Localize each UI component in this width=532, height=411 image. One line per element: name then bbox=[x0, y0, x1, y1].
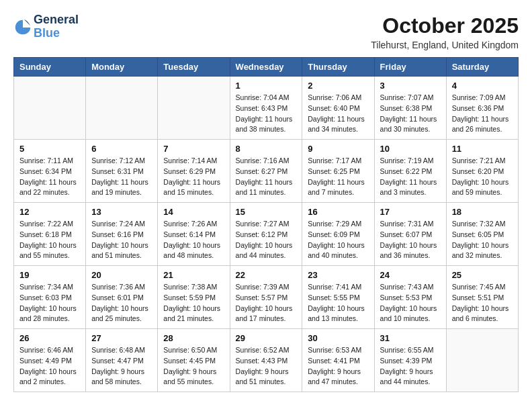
day-info: Sunrise: 6:50 AMSunset: 4:45 PMDaylight:… bbox=[163, 345, 224, 387]
day-number: 12 bbox=[19, 207, 80, 217]
day-info: Sunrise: 7:45 AMSunset: 5:51 PMDaylight:… bbox=[452, 282, 513, 324]
day-info: Sunrise: 7:14 AMSunset: 6:29 PMDaylight:… bbox=[163, 156, 224, 198]
day-number: 31 bbox=[380, 333, 441, 343]
calendar-cell: 4Sunrise: 7:09 AMSunset: 6:36 PMDaylight… bbox=[446, 77, 518, 140]
day-info: Sunrise: 7:17 AMSunset: 6:25 PMDaylight:… bbox=[308, 156, 368, 198]
day-info: Sunrise: 7:31 AMSunset: 6:07 PMDaylight:… bbox=[380, 219, 441, 261]
day-info: Sunrise: 6:52 AMSunset: 4:43 PMDaylight:… bbox=[236, 345, 297, 387]
calendar-cell: 28Sunrise: 6:50 AMSunset: 4:45 PMDayligh… bbox=[158, 329, 230, 392]
day-number: 30 bbox=[308, 333, 368, 343]
day-info: Sunrise: 7:32 AMSunset: 6:05 PMDaylight:… bbox=[452, 219, 513, 261]
calendar-cell: 6Sunrise: 7:12 AMSunset: 6:31 PMDaylight… bbox=[86, 140, 158, 203]
week-row-1: 1Sunrise: 7:04 AMSunset: 6:43 PMDaylight… bbox=[14, 77, 519, 140]
calendar-cell: 30Sunrise: 6:53 AMSunset: 4:41 PMDayligh… bbox=[302, 329, 374, 392]
day-info: Sunrise: 7:09 AMSunset: 6:36 PMDaylight:… bbox=[452, 93, 513, 135]
day-info: Sunrise: 7:22 AMSunset: 6:18 PMDaylight:… bbox=[19, 219, 80, 261]
calendar-header-row: SundayMondayTuesdayWednesdayThursdayFrid… bbox=[14, 58, 519, 77]
calendar-cell: 23Sunrise: 7:41 AMSunset: 5:55 PMDayligh… bbox=[302, 266, 374, 329]
page-header: General Blue October 2025 Tilehurst, Eng… bbox=[13, 13, 519, 50]
calendar-cell: 12Sunrise: 7:22 AMSunset: 6:18 PMDayligh… bbox=[14, 203, 86, 266]
day-info: Sunrise: 7:39 AMSunset: 5:57 PMDaylight:… bbox=[236, 282, 297, 324]
day-info: Sunrise: 7:19 AMSunset: 6:22 PMDaylight:… bbox=[380, 156, 441, 198]
calendar-cell: 16Sunrise: 7:29 AMSunset: 6:09 PMDayligh… bbox=[302, 203, 374, 266]
calendar-cell bbox=[14, 77, 86, 140]
day-info: Sunrise: 7:36 AMSunset: 6:01 PMDaylight:… bbox=[91, 282, 152, 324]
day-number: 10 bbox=[380, 144, 441, 154]
day-info: Sunrise: 6:48 AMSunset: 4:47 PMDaylight:… bbox=[91, 345, 152, 387]
day-number: 5 bbox=[19, 144, 80, 154]
calendar-cell: 3Sunrise: 7:07 AMSunset: 6:38 PMDaylight… bbox=[374, 77, 446, 140]
day-number: 23 bbox=[308, 270, 368, 280]
day-info: Sunrise: 6:53 AMSunset: 4:41 PMDaylight:… bbox=[308, 345, 368, 387]
column-header-thursday: Thursday bbox=[302, 58, 374, 77]
day-number: 18 bbox=[452, 207, 513, 217]
calendar-cell: 21Sunrise: 7:38 AMSunset: 5:59 PMDayligh… bbox=[158, 266, 230, 329]
logo-icon bbox=[13, 17, 32, 36]
day-number: 11 bbox=[452, 144, 513, 154]
day-number: 4 bbox=[452, 81, 513, 91]
week-row-5: 26Sunrise: 6:46 AMSunset: 4:49 PMDayligh… bbox=[14, 329, 519, 392]
calendar-cell bbox=[446, 329, 518, 392]
calendar-cell: 22Sunrise: 7:39 AMSunset: 5:57 PMDayligh… bbox=[230, 266, 302, 329]
day-info: Sunrise: 7:07 AMSunset: 6:38 PMDaylight:… bbox=[380, 93, 441, 135]
day-number: 16 bbox=[308, 207, 368, 217]
column-header-monday: Monday bbox=[86, 58, 158, 77]
day-info: Sunrise: 6:55 AMSunset: 4:39 PMDaylight:… bbox=[380, 345, 441, 387]
day-info: Sunrise: 7:21 AMSunset: 6:20 PMDaylight:… bbox=[452, 156, 513, 198]
calendar-cell: 14Sunrise: 7:26 AMSunset: 6:14 PMDayligh… bbox=[158, 203, 230, 266]
title-block: October 2025 Tilehurst, England, United … bbox=[371, 13, 519, 50]
day-number: 19 bbox=[19, 270, 80, 280]
calendar-cell: 8Sunrise: 7:16 AMSunset: 6:27 PMDaylight… bbox=[230, 140, 302, 203]
column-header-sunday: Sunday bbox=[14, 58, 86, 77]
calendar-cell: 26Sunrise: 6:46 AMSunset: 4:49 PMDayligh… bbox=[14, 329, 86, 392]
logo-text: General Blue bbox=[34, 13, 79, 40]
day-number: 1 bbox=[236, 81, 297, 91]
day-info: Sunrise: 7:12 AMSunset: 6:31 PMDaylight:… bbox=[91, 156, 152, 198]
calendar-cell: 10Sunrise: 7:19 AMSunset: 6:22 PMDayligh… bbox=[374, 140, 446, 203]
calendar-cell: 13Sunrise: 7:24 AMSunset: 6:16 PMDayligh… bbox=[86, 203, 158, 266]
day-info: Sunrise: 7:43 AMSunset: 5:53 PMDaylight:… bbox=[380, 282, 441, 324]
day-number: 7 bbox=[163, 144, 224, 154]
calendar-cell: 18Sunrise: 7:32 AMSunset: 6:05 PMDayligh… bbox=[446, 203, 518, 266]
logo-line2: Blue bbox=[34, 27, 79, 40]
day-number: 13 bbox=[91, 207, 152, 217]
calendar-cell: 9Sunrise: 7:17 AMSunset: 6:25 PMDaylight… bbox=[302, 140, 374, 203]
day-number: 14 bbox=[163, 207, 224, 217]
logo: General Blue bbox=[13, 13, 79, 40]
day-number: 28 bbox=[163, 333, 224, 343]
day-info: Sunrise: 7:41 AMSunset: 5:55 PMDaylight:… bbox=[308, 282, 368, 324]
day-info: Sunrise: 7:24 AMSunset: 6:16 PMDaylight:… bbox=[91, 219, 152, 261]
day-number: 26 bbox=[19, 333, 80, 343]
day-number: 22 bbox=[236, 270, 297, 280]
calendar-cell: 25Sunrise: 7:45 AMSunset: 5:51 PMDayligh… bbox=[446, 266, 518, 329]
location: Tilehurst, England, United Kingdom bbox=[371, 40, 519, 50]
day-info: Sunrise: 7:34 AMSunset: 6:03 PMDaylight:… bbox=[19, 282, 80, 324]
day-number: 17 bbox=[380, 207, 441, 217]
calendar-cell: 5Sunrise: 7:11 AMSunset: 6:34 PMDaylight… bbox=[14, 140, 86, 203]
column-header-friday: Friday bbox=[374, 58, 446, 77]
calendar-cell bbox=[158, 77, 230, 140]
column-header-wednesday: Wednesday bbox=[230, 58, 302, 77]
day-info: Sunrise: 7:26 AMSunset: 6:14 PMDaylight:… bbox=[163, 219, 224, 261]
calendar-cell: 11Sunrise: 7:21 AMSunset: 6:20 PMDayligh… bbox=[446, 140, 518, 203]
day-number: 15 bbox=[236, 207, 297, 217]
calendar-cell: 2Sunrise: 7:06 AMSunset: 6:40 PMDaylight… bbox=[302, 77, 374, 140]
month-title: October 2025 bbox=[371, 13, 519, 38]
day-number: 24 bbox=[380, 270, 441, 280]
day-number: 21 bbox=[163, 270, 224, 280]
day-info: Sunrise: 7:11 AMSunset: 6:34 PMDaylight:… bbox=[19, 156, 80, 198]
calendar-cell: 31Sunrise: 6:55 AMSunset: 4:39 PMDayligh… bbox=[374, 329, 446, 392]
day-info: Sunrise: 7:29 AMSunset: 6:09 PMDaylight:… bbox=[308, 219, 368, 261]
day-number: 29 bbox=[236, 333, 297, 343]
calendar-cell: 24Sunrise: 7:43 AMSunset: 5:53 PMDayligh… bbox=[374, 266, 446, 329]
calendar-cell: 27Sunrise: 6:48 AMSunset: 4:47 PMDayligh… bbox=[86, 329, 158, 392]
calendar-cell: 29Sunrise: 6:52 AMSunset: 4:43 PMDayligh… bbox=[230, 329, 302, 392]
calendar-table: SundayMondayTuesdayWednesdayThursdayFrid… bbox=[13, 57, 519, 392]
day-info: Sunrise: 7:16 AMSunset: 6:27 PMDaylight:… bbox=[236, 156, 297, 198]
day-number: 20 bbox=[91, 270, 152, 280]
calendar-cell bbox=[86, 77, 158, 140]
day-number: 6 bbox=[91, 144, 152, 154]
day-info: Sunrise: 7:06 AMSunset: 6:40 PMDaylight:… bbox=[308, 93, 368, 135]
day-number: 9 bbox=[308, 144, 368, 154]
column-header-tuesday: Tuesday bbox=[158, 58, 230, 77]
